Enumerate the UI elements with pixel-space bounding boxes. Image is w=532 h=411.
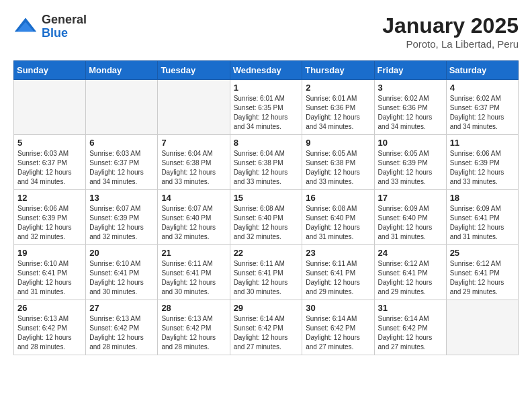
day-number: 4 [450, 83, 515, 93]
day-number: 19 [17, 248, 82, 258]
calendar-cell: 26Sunrise: 6:13 AM Sunset: 6:42 PM Dayli… [14, 300, 86, 355]
day-number: 24 [378, 248, 443, 258]
calendar-cell: 29Sunrise: 6:14 AM Sunset: 6:42 PM Dayli… [230, 300, 302, 355]
calendar-week-4: 19Sunrise: 6:10 AM Sunset: 6:41 PM Dayli… [14, 245, 519, 300]
day-number: 9 [306, 138, 370, 148]
calendar-cell: 11Sunrise: 6:06 AM Sunset: 6:39 PM Dayli… [446, 135, 518, 190]
day-number: 26 [17, 303, 82, 313]
day-number: 8 [234, 138, 299, 148]
page-header: General Blue January 2025 Poroto, La Lib… [13, 13, 519, 50]
calendar-week-5: 26Sunrise: 6:13 AM Sunset: 6:42 PM Dayli… [14, 300, 519, 355]
day-info: Sunrise: 6:11 AM Sunset: 6:41 PM Dayligh… [306, 259, 370, 297]
calendar-cell: 17Sunrise: 6:09 AM Sunset: 6:40 PM Dayli… [374, 190, 446, 245]
day-info: Sunrise: 6:09 AM Sunset: 6:40 PM Dayligh… [378, 204, 443, 242]
day-info: Sunrise: 6:12 AM Sunset: 6:41 PM Dayligh… [378, 259, 443, 297]
day-number: 30 [306, 303, 370, 313]
calendar-week-2: 5Sunrise: 6:03 AM Sunset: 6:37 PM Daylig… [14, 135, 519, 190]
day-number: 21 [161, 248, 226, 258]
day-info: Sunrise: 6:07 AM Sunset: 6:40 PM Dayligh… [161, 204, 226, 242]
weekday-header-monday: Monday [86, 61, 158, 80]
calendar-cell: 9Sunrise: 6:05 AM Sunset: 6:38 PM Daylig… [302, 135, 374, 190]
weekday-header-thursday: Thursday [302, 61, 374, 80]
calendar-cell: 20Sunrise: 6:10 AM Sunset: 6:41 PM Dayli… [86, 245, 158, 300]
day-info: Sunrise: 6:05 AM Sunset: 6:38 PM Dayligh… [306, 149, 370, 187]
day-info: Sunrise: 6:10 AM Sunset: 6:41 PM Dayligh… [17, 259, 82, 297]
calendar-week-3: 12Sunrise: 6:06 AM Sunset: 6:39 PM Dayli… [14, 190, 519, 245]
day-info: Sunrise: 6:08 AM Sunset: 6:40 PM Dayligh… [306, 204, 370, 242]
day-info: Sunrise: 6:14 AM Sunset: 6:42 PM Dayligh… [234, 314, 299, 352]
calendar-cell: 3Sunrise: 6:02 AM Sunset: 6:36 PM Daylig… [374, 80, 446, 135]
day-number: 28 [161, 303, 226, 313]
calendar-cell: 5Sunrise: 6:03 AM Sunset: 6:37 PM Daylig… [14, 135, 86, 190]
day-number: 17 [378, 193, 443, 203]
day-info: Sunrise: 6:01 AM Sunset: 6:36 PM Dayligh… [306, 94, 370, 132]
calendar-cell [14, 80, 86, 135]
day-info: Sunrise: 6:11 AM Sunset: 6:41 PM Dayligh… [161, 259, 226, 297]
day-number: 27 [89, 303, 154, 313]
day-info: Sunrise: 6:03 AM Sunset: 6:37 PM Dayligh… [89, 149, 154, 187]
calendar-cell: 14Sunrise: 6:07 AM Sunset: 6:40 PM Dayli… [158, 190, 230, 245]
day-number: 14 [161, 193, 226, 203]
weekday-header-friday: Friday [374, 61, 446, 80]
weekday-header-saturday: Saturday [446, 61, 518, 80]
calendar-cell: 18Sunrise: 6:09 AM Sunset: 6:41 PM Dayli… [446, 190, 518, 245]
day-number: 22 [234, 248, 299, 258]
day-info: Sunrise: 6:04 AM Sunset: 6:38 PM Dayligh… [161, 149, 226, 187]
calendar-cell: 12Sunrise: 6:06 AM Sunset: 6:39 PM Dayli… [14, 190, 86, 245]
calendar-cell: 4Sunrise: 6:02 AM Sunset: 6:37 PM Daylig… [446, 80, 518, 135]
calendar-cell: 16Sunrise: 6:08 AM Sunset: 6:40 PM Dayli… [302, 190, 374, 245]
day-number: 23 [306, 248, 370, 258]
day-info: Sunrise: 6:14 AM Sunset: 6:42 PM Dayligh… [306, 314, 370, 352]
calendar-cell: 13Sunrise: 6:07 AM Sunset: 6:39 PM Dayli… [86, 190, 158, 245]
calendar-cell: 30Sunrise: 6:14 AM Sunset: 6:42 PM Dayli… [302, 300, 374, 355]
day-number: 13 [89, 193, 154, 203]
logo: General Blue [13, 13, 87, 40]
calendar-cell: 15Sunrise: 6:08 AM Sunset: 6:40 PM Dayli… [230, 190, 302, 245]
logo-general-text: General [42, 13, 87, 26]
day-number: 6 [89, 138, 154, 148]
day-info: Sunrise: 6:07 AM Sunset: 6:39 PM Dayligh… [89, 204, 154, 242]
month-title: January 2025 [382, 13, 519, 38]
logo-blue-text: Blue [42, 26, 68, 40]
day-info: Sunrise: 6:02 AM Sunset: 6:36 PM Dayligh… [378, 94, 443, 132]
weekday-header-sunday: Sunday [14, 61, 86, 80]
day-info: Sunrise: 6:09 AM Sunset: 6:41 PM Dayligh… [450, 204, 515, 242]
day-number: 20 [89, 248, 154, 258]
day-info: Sunrise: 6:10 AM Sunset: 6:41 PM Dayligh… [89, 259, 154, 297]
calendar-cell: 25Sunrise: 6:12 AM Sunset: 6:41 PM Dayli… [446, 245, 518, 300]
calendar-cell [86, 80, 158, 135]
calendar-cell: 6Sunrise: 6:03 AM Sunset: 6:37 PM Daylig… [86, 135, 158, 190]
calendar-cell: 23Sunrise: 6:11 AM Sunset: 6:41 PM Dayli… [302, 245, 374, 300]
day-info: Sunrise: 6:02 AM Sunset: 6:37 PM Dayligh… [450, 94, 515, 132]
calendar-cell: 1Sunrise: 6:01 AM Sunset: 6:35 PM Daylig… [230, 80, 302, 135]
calendar-week-1: 1Sunrise: 6:01 AM Sunset: 6:35 PM Daylig… [14, 80, 519, 135]
day-number: 18 [450, 193, 515, 203]
day-number: 15 [234, 193, 299, 203]
day-info: Sunrise: 6:01 AM Sunset: 6:35 PM Dayligh… [234, 94, 299, 132]
day-number: 11 [450, 138, 515, 148]
day-info: Sunrise: 6:04 AM Sunset: 6:38 PM Dayligh… [234, 149, 299, 187]
calendar-cell: 31Sunrise: 6:14 AM Sunset: 6:42 PM Dayli… [374, 300, 446, 355]
day-number: 10 [378, 138, 443, 148]
day-number: 3 [378, 83, 443, 93]
day-number: 7 [161, 138, 226, 148]
day-number: 12 [17, 193, 82, 203]
location: Poroto, La Libertad, Peru [382, 38, 519, 50]
day-number: 31 [378, 303, 443, 313]
calendar-cell: 28Sunrise: 6:13 AM Sunset: 6:42 PM Dayli… [158, 300, 230, 355]
day-number: 1 [234, 83, 299, 93]
day-number: 5 [17, 138, 82, 148]
day-info: Sunrise: 6:06 AM Sunset: 6:39 PM Dayligh… [17, 204, 82, 242]
day-info: Sunrise: 6:11 AM Sunset: 6:41 PM Dayligh… [234, 259, 299, 297]
calendar-cell [158, 80, 230, 135]
day-info: Sunrise: 6:08 AM Sunset: 6:40 PM Dayligh… [234, 204, 299, 242]
calendar-cell: 2Sunrise: 6:01 AM Sunset: 6:36 PM Daylig… [302, 80, 374, 135]
calendar-cell: 21Sunrise: 6:11 AM Sunset: 6:41 PM Dayli… [158, 245, 230, 300]
logo-icon [13, 15, 38, 39]
day-number: 25 [450, 248, 515, 258]
day-info: Sunrise: 6:12 AM Sunset: 6:41 PM Dayligh… [450, 259, 515, 297]
calendar-cell [446, 300, 518, 355]
day-info: Sunrise: 6:14 AM Sunset: 6:42 PM Dayligh… [378, 314, 443, 352]
day-number: 2 [306, 83, 370, 93]
day-info: Sunrise: 6:03 AM Sunset: 6:37 PM Dayligh… [17, 149, 82, 187]
